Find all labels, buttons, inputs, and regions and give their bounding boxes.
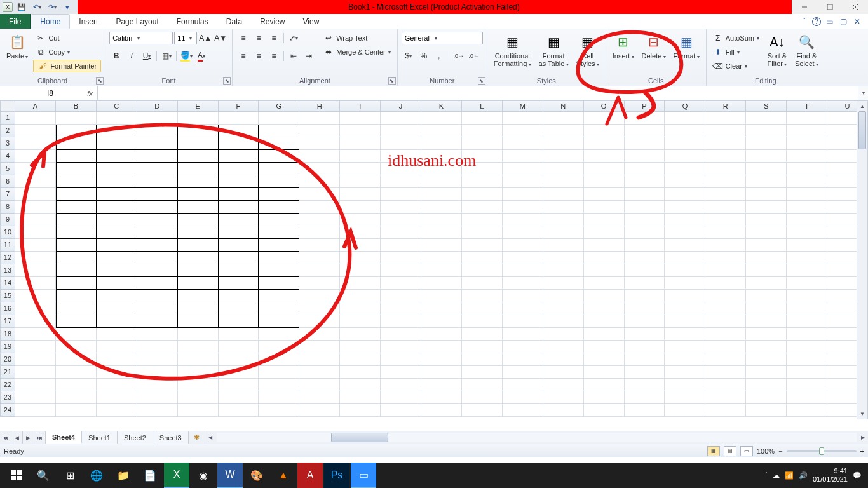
cell[interactable]: [584, 366, 625, 379]
cell[interactable]: [543, 137, 584, 150]
cell[interactable]: [421, 404, 462, 417]
cell[interactable]: [462, 239, 503, 252]
cell[interactable]: [299, 404, 340, 417]
cell[interactable]: [665, 188, 705, 201]
cell[interactable]: [15, 252, 56, 264]
new-sheet-button[interactable]: ✱: [189, 431, 205, 444]
row-header-9[interactable]: 9: [0, 214, 15, 226]
cell[interactable]: [299, 264, 340, 277]
cell[interactable]: [97, 315, 137, 328]
cell[interactable]: [97, 379, 137, 391]
cell[interactable]: [705, 379, 746, 391]
row-header-18[interactable]: 18: [0, 328, 15, 341]
cell[interactable]: [543, 341, 584, 353]
row-header-13[interactable]: 13: [0, 264, 15, 277]
cell[interactable]: [584, 277, 625, 290]
align-left-button[interactable]: ≡: [236, 50, 250, 62]
copy-button[interactable]: ⧉Copy: [33, 46, 101, 58]
cell[interactable]: [381, 137, 421, 150]
cell[interactable]: [584, 239, 625, 252]
increase-decimal-button[interactable]: .0→: [452, 50, 466, 62]
cell[interactable]: [584, 188, 625, 201]
cell[interactable]: [705, 163, 746, 175]
cell[interactable]: [787, 112, 827, 125]
cell[interactable]: [665, 366, 705, 379]
cell[interactable]: [705, 353, 746, 366]
cell[interactable]: [340, 112, 381, 125]
row-header-22[interactable]: 22: [0, 379, 15, 391]
cell[interactable]: [219, 163, 259, 175]
cell[interactable]: [625, 404, 665, 417]
search-button[interactable]: 🔍: [31, 463, 56, 488]
cell[interactable]: [137, 290, 178, 302]
cell[interactable]: [56, 163, 97, 175]
cell[interactable]: [746, 290, 787, 302]
cell[interactable]: [503, 112, 543, 125]
cell[interactable]: [15, 391, 56, 404]
cell[interactable]: [625, 302, 665, 315]
cell[interactable]: [421, 226, 462, 239]
cell[interactable]: [97, 125, 137, 137]
cell[interactable]: [705, 404, 746, 417]
cell[interactable]: [97, 264, 137, 277]
conditional-formatting-button[interactable]: ▦Conditional Formatting: [491, 32, 534, 69]
cell[interactable]: [665, 341, 705, 353]
cell[interactable]: [665, 125, 705, 137]
cell[interactable]: [137, 366, 178, 379]
cell[interactable]: [705, 214, 746, 226]
cell[interactable]: [259, 302, 299, 315]
cell[interactable]: [178, 391, 219, 404]
cell[interactable]: [625, 290, 665, 302]
cell[interactable]: [97, 188, 137, 201]
cell[interactable]: [584, 112, 625, 125]
cell[interactable]: [219, 366, 259, 379]
cell[interactable]: [15, 239, 56, 252]
cell[interactable]: [219, 239, 259, 252]
cell[interactable]: [584, 341, 625, 353]
cell[interactable]: [462, 328, 503, 341]
col-header-N[interactable]: N: [543, 100, 584, 112]
cell[interactable]: [97, 201, 137, 214]
cell[interactable]: [462, 112, 503, 125]
fill-color-button[interactable]: 🪣: [179, 50, 193, 62]
cell[interactable]: [340, 214, 381, 226]
cell[interactable]: [665, 277, 705, 290]
cell[interactable]: [543, 302, 584, 315]
cell[interactable]: [259, 137, 299, 150]
cell[interactable]: [299, 379, 340, 391]
shrink-font-button[interactable]: A▼: [214, 32, 227, 44]
cell[interactable]: [340, 302, 381, 315]
cell[interactable]: [503, 264, 543, 277]
cell[interactable]: [259, 404, 299, 417]
cell[interactable]: [462, 353, 503, 366]
font-name-combo[interactable]: Calibri▾: [109, 32, 173, 44]
cell[interactable]: [421, 201, 462, 214]
cell[interactable]: [705, 290, 746, 302]
cell[interactable]: [56, 353, 97, 366]
cut-button[interactable]: ✂Cut: [33, 32, 101, 44]
cell[interactable]: [178, 125, 219, 137]
row-header-23[interactable]: 23: [0, 391, 15, 404]
sheet-tab-sheet2[interactable]: Sheet2: [118, 431, 153, 444]
edge-icon[interactable]: 🌐: [84, 463, 109, 488]
cell[interactable]: [584, 163, 625, 175]
underline-button[interactable]: U: [140, 50, 154, 62]
cell[interactable]: [259, 150, 299, 163]
row-header-5[interactable]: 5: [0, 163, 15, 175]
cell[interactable]: [665, 353, 705, 366]
cell[interactable]: [56, 125, 97, 137]
col-header-F[interactable]: F: [219, 100, 259, 112]
cell[interactable]: [746, 264, 787, 277]
cell[interactable]: [503, 150, 543, 163]
cell[interactable]: [625, 150, 665, 163]
cell[interactable]: [219, 252, 259, 264]
cell[interactable]: [543, 290, 584, 302]
tab-view[interactable]: View: [294, 14, 329, 29]
cell[interactable]: [421, 302, 462, 315]
align-right-button[interactable]: ≡: [267, 50, 281, 62]
cell[interactable]: [705, 239, 746, 252]
col-header-A[interactable]: A: [15, 100, 56, 112]
cell[interactable]: [97, 391, 137, 404]
cell[interactable]: [787, 163, 827, 175]
cell[interactable]: [787, 315, 827, 328]
